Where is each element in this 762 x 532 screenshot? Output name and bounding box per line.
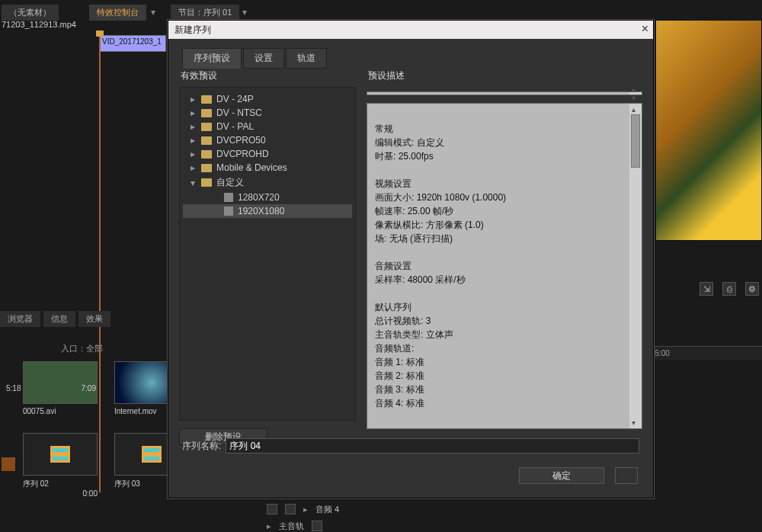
folder-icon — [201, 95, 212, 104]
cancel-button[interactable] — [615, 467, 638, 484]
preset-description-box — [367, 91, 642, 95]
timeline-clip[interactable]: VID_20171203_1 — [99, 35, 166, 52]
solo-icon[interactable] — [285, 504, 296, 514]
preset-folder-custom[interactable]: ▾自定义 — [183, 175, 352, 191]
expand-icon[interactable]: ▸ — [267, 521, 271, 531]
preset-item-1920x1080[interactable]: 1920X1080 — [183, 204, 352, 218]
fx-control-tab[interactable]: 特效控制台 — [89, 5, 146, 21]
tab-effects[interactable]: 效果 — [78, 311, 110, 327]
track-label: 音频 4 — [315, 504, 339, 515]
scrollbar[interactable] — [629, 104, 642, 428]
preset-folder[interactable]: ▸DV - NTSC — [183, 106, 352, 120]
preset-info-box: 常规 编辑模式: 自定义 时基: 25.00fps 视频设置 画面大小: 192… — [367, 103, 642, 429]
folder-icon — [201, 150, 212, 159]
folder-icon — [201, 109, 212, 117]
preset-folder[interactable]: ▸DV - 24P — [183, 92, 352, 106]
meter-icon[interactable] — [312, 521, 322, 531]
folder-icon — [201, 178, 212, 187]
tab-browser[interactable]: 浏览器 — [0, 311, 40, 327]
program-monitor — [655, 20, 762, 241]
thumb-len: 0:00 — [83, 489, 98, 498]
source-none-tab[interactable]: （无素材） — [2, 5, 59, 21]
media-thumb[interactable]: 5:18 7:09 00075.avi — [23, 361, 98, 415]
desc-header: 预设描述 — [368, 69, 642, 82]
sequence-thumb[interactable]: 序列 02 0:00 — [23, 433, 98, 489]
preset-folder[interactable]: ▸DVCPROHD — [183, 147, 352, 161]
seq-name-input[interactable] — [226, 438, 639, 453]
preset-folder[interactable]: ▸Mobile & Devices — [183, 161, 352, 175]
playhead[interactable] — [99, 35, 101, 492]
filter-icon[interactable] — [2, 457, 15, 471]
dropdown-icon[interactable]: ▾ — [242, 7, 247, 18]
close-icon[interactable]: × — [642, 22, 648, 36]
preset-folder[interactable]: ▸DV - PAL — [183, 120, 352, 133]
folder-icon — [201, 136, 212, 145]
camera-icon[interactable]: ⎙ — [722, 282, 736, 296]
dialog-title: 新建序列 — [168, 21, 653, 39]
folder-icon — [201, 164, 212, 172]
scrollbar[interactable] — [629, 92, 642, 95]
expand-icon[interactable]: ▸ — [303, 505, 308, 514]
preset-file-icon — [224, 193, 233, 202]
presets-header: 有效预设 — [181, 69, 356, 82]
new-sequence-dialog: 新建序列 × 序列预设 设置 轨道 有效预设 ▸DV - 24P ▸DV - N… — [168, 20, 654, 498]
thumb-in: 5:18 — [6, 384, 21, 393]
dropdown-icon[interactable]: ▾ — [151, 7, 155, 18]
preset-tree[interactable]: ▸DV - 24P ▸DV - NTSC ▸DV - PAL ▸DVCPRO50… — [179, 87, 356, 421]
source-clip-name: 71203_112913.mp4 — [2, 20, 76, 29]
program-seq-tab[interactable]: 节目：序列 01 — [171, 5, 239, 21]
thumb-name: 序列 02 — [23, 479, 98, 489]
thumb-name: 00075.avi — [23, 407, 98, 415]
export-frame-icon[interactable]: ⇲ — [700, 282, 713, 296]
folder-icon — [201, 123, 212, 131]
entry-label: 入口：全部 — [61, 343, 103, 354]
thumb-out: 7:09 — [82, 384, 96, 393]
tab-info[interactable]: 信息 — [43, 311, 75, 327]
preset-item-1280x720[interactable]: 1280X720 — [183, 191, 352, 204]
seq-name-label: 序列名称: — [182, 440, 221, 453]
mute-icon[interactable] — [267, 504, 277, 514]
track-label: 主音轨 — [279, 521, 304, 532]
preset-folder[interactable]: ▸DVCPRO50 — [183, 133, 352, 147]
settings-icon[interactable]: ⚙ — [745, 282, 759, 296]
preset-file-icon — [224, 207, 233, 216]
ok-button[interactable]: 确定 — [519, 467, 604, 484]
